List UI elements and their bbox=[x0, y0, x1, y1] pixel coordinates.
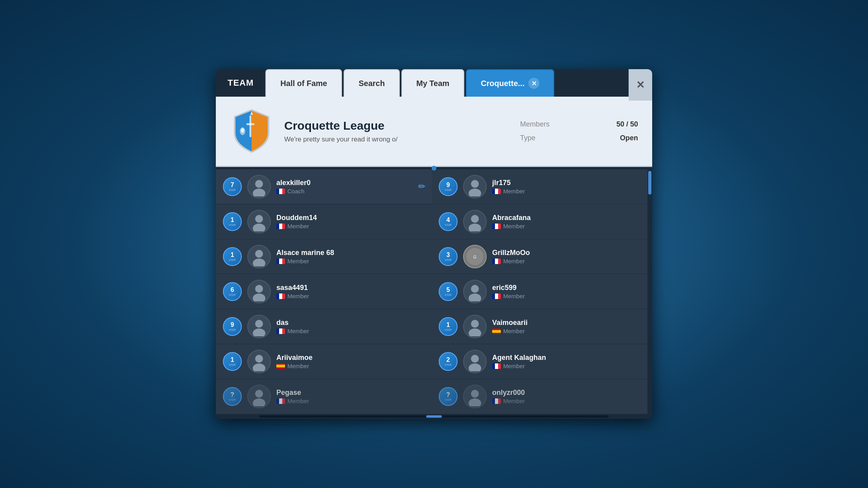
flag-icon bbox=[492, 398, 501, 404]
member-row[interactable]: ? VSR onlyzr000 Member bbox=[432, 379, 647, 414]
member-info: Abracafana Member bbox=[492, 214, 640, 229]
avatar bbox=[463, 315, 487, 338]
members-stat: Members 50 / 50 bbox=[520, 120, 638, 128]
svg-point-9 bbox=[255, 215, 263, 223]
member-info: Vaimoearii Member bbox=[492, 319, 640, 334]
type-label: Type bbox=[520, 134, 535, 142]
avatar bbox=[463, 280, 487, 303]
rank-badge: 1 VSR bbox=[439, 317, 458, 336]
member-row[interactable]: 9 VSR jlr175 Member bbox=[432, 169, 647, 204]
member-name: Vaimoearii bbox=[492, 319, 640, 327]
type-stat: Type Open bbox=[520, 134, 638, 142]
svg-point-28 bbox=[469, 363, 481, 371]
avatar bbox=[247, 210, 271, 233]
avatar bbox=[463, 210, 487, 233]
team-modal: TEAM Hall of Fame Search My Team Croquet… bbox=[216, 69, 652, 419]
flag-icon bbox=[276, 224, 285, 229]
tab-my-team[interactable]: My Team bbox=[401, 69, 464, 97]
rank-badge: 2 VSR bbox=[439, 352, 458, 371]
member-name: sasa4491 bbox=[276, 284, 425, 292]
rank-badge: 1 VSR bbox=[223, 352, 242, 371]
rank-badge: 1 VSR bbox=[223, 212, 242, 231]
member-role: Member bbox=[276, 293, 425, 299]
team-name: Croquette League bbox=[284, 119, 509, 132]
close-tab-icon[interactable]: ✕ bbox=[528, 78, 539, 89]
member-row[interactable]: 6 VSR sasa4491 Member bbox=[216, 274, 432, 309]
tab-croquette[interactable]: Croquette... ✕ bbox=[466, 69, 554, 97]
rank-badge: 3 VSR bbox=[439, 247, 458, 266]
rank-badge: 7 VSR bbox=[223, 177, 242, 196]
member-row[interactable]: 1 VSR Alsace marine 68 Member bbox=[216, 239, 432, 274]
team-header: Croquette League We're pretty sure your … bbox=[216, 97, 652, 167]
rank-badge: 9 VSR bbox=[223, 317, 242, 336]
close-modal-button[interactable]: ✕ bbox=[629, 69, 652, 101]
horizontal-scrollbar[interactable] bbox=[216, 414, 652, 419]
svg-point-21 bbox=[255, 320, 263, 328]
vertical-scrollbar[interactable] bbox=[647, 169, 652, 414]
rank-badge: ? VSR bbox=[223, 387, 242, 406]
member-name: Abracafana bbox=[492, 214, 640, 222]
svg-point-10 bbox=[253, 224, 265, 231]
type-value: Open bbox=[620, 134, 638, 142]
members-container: 7 VSR alexkiller0 Coach ✏ 9 bbox=[216, 169, 652, 414]
avatar bbox=[247, 175, 271, 198]
member-role: Member bbox=[276, 398, 425, 404]
svg-point-14 bbox=[253, 259, 265, 266]
rank-badge: ? VSR bbox=[439, 387, 458, 406]
flag-icon bbox=[276, 189, 285, 194]
tab-bar: TEAM Hall of Fame Search My Team Croquet… bbox=[216, 69, 652, 97]
svg-point-31 bbox=[471, 390, 479, 398]
member-role: Member bbox=[276, 328, 425, 334]
avatar bbox=[463, 385, 487, 408]
member-row[interactable]: 1 VSR Vaimoearii Member bbox=[432, 309, 647, 344]
svg-point-7 bbox=[471, 180, 479, 188]
flag-icon bbox=[492, 224, 501, 229]
svg-rect-0 bbox=[250, 116, 251, 137]
member-row[interactable]: 1 VSR Douddem14 Member bbox=[216, 204, 432, 239]
avatar bbox=[247, 280, 271, 303]
member-role: Member bbox=[276, 363, 425, 369]
member-row[interactable]: ? VSR Pegase Member bbox=[216, 379, 432, 414]
tab-search[interactable]: Search bbox=[344, 69, 400, 97]
svg-point-8 bbox=[469, 189, 481, 196]
member-row[interactable]: 3 VSR G GrillzMoOo Member bbox=[432, 239, 647, 274]
team-shield bbox=[230, 108, 273, 155]
flag-icon bbox=[276, 328, 285, 334]
svg-point-4 bbox=[241, 128, 244, 133]
flag-icon bbox=[492, 259, 501, 264]
member-row[interactable]: 7 VSR alexkiller0 Coach ✏ bbox=[216, 169, 432, 204]
scroll-track bbox=[259, 415, 609, 418]
member-info: GrillzMoOo Member bbox=[492, 249, 640, 264]
avatar bbox=[463, 175, 487, 198]
member-name: alexkiller0 bbox=[276, 179, 425, 187]
svg-point-18 bbox=[253, 294, 265, 301]
flag-icon bbox=[492, 363, 501, 369]
flag-icon bbox=[492, 189, 501, 194]
member-info: Pegase Member bbox=[276, 389, 425, 404]
member-row[interactable]: 9 VSR das Member bbox=[216, 309, 432, 344]
member-name: Agent Kalaghan bbox=[492, 354, 640, 362]
member-name: Alsace marine 68 bbox=[276, 249, 425, 257]
edit-icon[interactable]: ✏ bbox=[418, 182, 425, 192]
tab-hall-of-fame[interactable]: Hall of Fame bbox=[265, 69, 342, 97]
flag-icon bbox=[492, 294, 501, 299]
member-info: Ariivaimoe Member bbox=[276, 354, 425, 369]
flag-icon bbox=[276, 294, 285, 299]
member-info: onlyzr000 Member bbox=[492, 389, 640, 404]
svg-point-6 bbox=[253, 189, 265, 196]
member-row[interactable]: 4 VSR Abracafana Member bbox=[432, 204, 647, 239]
svg-point-5 bbox=[255, 180, 263, 188]
svg-rect-1 bbox=[246, 123, 254, 125]
member-name: Ariivaimoe bbox=[276, 354, 425, 362]
rank-badge: 4 VSR bbox=[439, 212, 458, 231]
member-role: Member bbox=[492, 293, 640, 299]
member-row[interactable]: 2 VSR Agent Kalaghan Member bbox=[432, 344, 647, 379]
svg-point-23 bbox=[471, 320, 479, 328]
member-info: alexkiller0 Coach bbox=[276, 179, 425, 194]
member-row[interactable]: 1 VSR Ariivaimoe Member bbox=[216, 344, 432, 379]
rank-badge: 5 VSR bbox=[439, 282, 458, 301]
member-info: Alsace marine 68 Member bbox=[276, 249, 425, 264]
member-row[interactable]: 5 VSR eric599 Member bbox=[432, 274, 647, 309]
svg-point-13 bbox=[255, 250, 263, 258]
member-name: das bbox=[276, 319, 425, 327]
